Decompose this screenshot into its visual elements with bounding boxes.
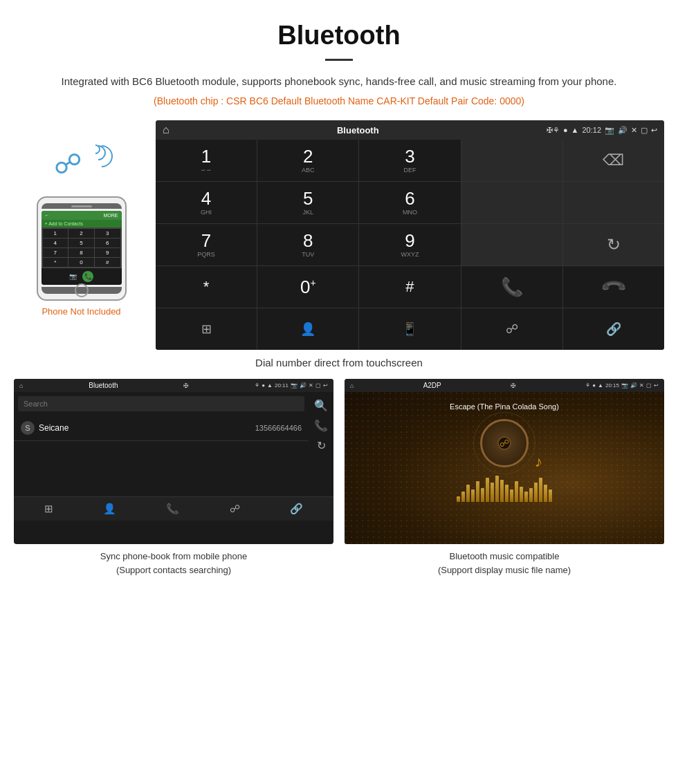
music-status-bar: ⌂ A2DP ✠ ⚘ ● ▲ 20:15 📷 🔊 ✕ ▢ ↩ [345,379,664,392]
page-specs: (Bluetooth chip : CSR BC6 Default Blueto… [42,95,636,106]
nav-bluetooth-icon[interactable]: ☍ [461,308,562,350]
dial-key-3[interactable]: 3 DEF [359,140,460,181]
dial-key-5[interactable]: 5 JKL [257,182,358,223]
music-visualizer [457,474,552,502]
refresh-icon: ↻ [607,235,621,254]
phone-section: ☍ ← MORE + Add to Contacts [14,120,149,317]
phonebook-right-icons: 🔍 📞 ↻ [309,392,333,496]
screen-status-bar: ⌂ Bluetooth ✠ ⚘ ● ▲ 20:12 📷 🔊 ✕ ▢ ↩ [156,120,664,140]
pb-search-icon[interactable]: 🔍 [314,399,328,412]
pb-nav-link-icon[interactable]: 🔗 [290,503,303,515]
signal-waves [91,144,113,167]
bluetooth-symbol-icon: ☍ [54,148,82,180]
pb-nav-bt-icon[interactable]: ☍ [230,503,240,515]
dial-key-9[interactable]: 9 WXYZ [359,224,460,265]
dial-key-0[interactable]: 0+ [257,266,358,308]
main-content: ☍ ← MORE + Add to Contacts [0,113,678,350]
dial-key-4[interactable]: 4 GHI [156,182,257,223]
entry-name: Seicane [39,423,68,433]
entry-left: S Seicane [21,421,68,435]
wave-3 [86,140,117,171]
dialpad-screen: ⌂ Bluetooth ✠ ⚘ ● ▲ 20:12 📷 🔊 ✕ ▢ ↩ [156,120,664,350]
dial-key-hash[interactable]: # [359,266,460,308]
page-description: Integrated with BC6 Bluetooth module, su… [42,73,636,90]
title-divider [325,59,353,61]
bluetooth-signal-area: ☍ [51,141,113,189]
music-caption: Bluetooth music compatible (Support disp… [345,550,664,577]
dial-key-empty-3 [563,182,664,223]
search-placeholder: Search [24,400,48,408]
album-art: ☍ [480,419,529,467]
pb-nav-grid-icon[interactable]: ⊞ [44,503,53,515]
pb-nav-phone-icon[interactable]: 📞 [166,503,179,515]
music-album-art-area: Escape (The Pina Colada Song) ☍ ♪ [345,392,664,516]
dial-key-empty-1 [461,140,562,181]
pb-status-icons: ⚘ ● ▲ 20:11 📷 🔊 ✕ ▢ ↩ [255,382,328,389]
page-header: Bluetooth Integrated with BC6 Bluetooth … [0,0,678,113]
phonebook-entry: S Seicane 13566664466 [14,416,309,441]
dial-key-refresh[interactable]: ↻ [563,224,664,265]
album-art-container: ☍ ♪ [480,419,529,467]
music-song-title: Escape (The Pina Colada Song) [450,402,559,411]
pb-call-icon[interactable]: 📞 [314,419,328,432]
pb-sync-icon[interactable]: ↻ [317,439,326,452]
nav-contacts-icon[interactable]: 👤 [257,308,358,350]
bottom-row: ⌂ Bluetooth ✠ ⚘ ● ▲ 20:11 📷 🔊 ✕ ▢ ↩ [0,379,678,590]
call-green-icon: 📞 [501,277,523,298]
screen-title: Bluetooth [170,125,547,136]
dial-key-6[interactable]: 6 MNO [359,182,460,223]
status-icons: ⚘ ● ▲ 20:12 📷 🔊 ✕ ▢ ↩ [553,126,657,135]
phone-not-included-label: Phone Not Included [42,306,120,317]
pb-nav-person-icon[interactable]: 👤 [103,503,116,515]
pb-usb-icon: ✠ [183,382,189,389]
music-home-icon: ⌂ [350,382,354,389]
nav-grid-icon[interactable]: ⊞ [156,308,257,350]
home-icon: ⌂ [163,124,170,136]
phonebook-list: Search S Seicane 13566664466 [14,392,309,496]
phonebook-caption: Sync phone-book from mobile phone (Suppo… [14,550,333,577]
phonebook-inner: Search S Seicane 13566664466 🔍 [14,392,333,496]
phonebook-status-bar: ⌂ Bluetooth ✠ ⚘ ● ▲ 20:11 📷 🔊 ✕ ▢ ↩ [14,379,333,392]
page-title: Bluetooth [42,21,636,50]
phonebook-screen: ⌂ Bluetooth ✠ ⚘ ● ▲ 20:11 📷 🔊 ✕ ▢ ↩ [14,379,333,544]
phone-mockup: ← MORE + Add to Contacts 1 2 3 4 5 6 7 8… [37,196,127,301]
dial-key-backspace[interactable]: ⌫ [563,140,664,181]
music-note-icon: ♪ [535,453,542,471]
dial-key-star[interactable]: * [156,266,257,308]
pb-home-icon: ⌂ [19,382,23,389]
dial-key-empty-2 [461,182,562,223]
dialpad-screenshot-container: ⌂ Bluetooth ✠ ⚘ ● ▲ 20:12 📷 🔊 ✕ ▢ ↩ [156,120,664,350]
usb-icon: ✠ [547,126,553,135]
music-usb-icon: ✠ [511,382,516,389]
dial-key-call-green[interactable]: 📞 [461,266,562,308]
entry-number: 13566664466 [255,424,302,432]
music-screen-inner: Escape (The Pina Colada Song) ☍ ♪ [345,392,664,544]
music-col: ⌂ A2DP ✠ ⚘ ● ▲ 20:15 📷 🔊 ✕ ▢ ↩ [345,379,664,577]
dial-key-7[interactable]: 7 PQRS [156,224,257,265]
backspace-icon: ⌫ [603,151,624,169]
nav-link-icon[interactable]: 🔗 [563,308,664,350]
dial-key-2[interactable]: 2 ABC [257,140,358,181]
phonebook-search-bar[interactable]: Search [18,396,304,411]
dial-caption: Dial number direct from touchscreen [0,357,678,368]
phone-screen: ← MORE + Add to Contacts 1 2 3 4 5 6 7 8… [42,211,122,285]
call-end-icon: 📞 [599,272,627,301]
entry-letter: S [21,421,35,435]
phonebook-nav-bar: ⊞ 👤 📞 ☍ 🔗 [14,496,333,521]
music-status-icons: ⚘ ● ▲ 20:15 📷 🔊 ✕ ▢ ↩ [585,382,659,389]
pb-title: Bluetooth [89,382,118,389]
dial-key-empty-4 [461,224,562,265]
dial-key-call-red[interactable]: 📞 [563,266,664,308]
nav-phone-icon[interactable]: 📱 [359,308,460,350]
phonebook-col: ⌂ Bluetooth ✠ ⚘ ● ▲ 20:11 📷 🔊 ✕ ▢ ↩ [14,379,333,577]
music-title: A2DP [423,382,441,389]
dial-key-8[interactable]: 8 TUV [257,224,358,265]
dialpad-grid: 1 ∽∽ 2 ABC 3 DEF ⌫ 4 GHI [156,140,664,350]
dial-key-1[interactable]: 1 ∽∽ [156,140,257,181]
music-screen: ⌂ A2DP ✠ ⚘ ● ▲ 20:15 📷 🔊 ✕ ▢ ↩ [345,379,664,544]
